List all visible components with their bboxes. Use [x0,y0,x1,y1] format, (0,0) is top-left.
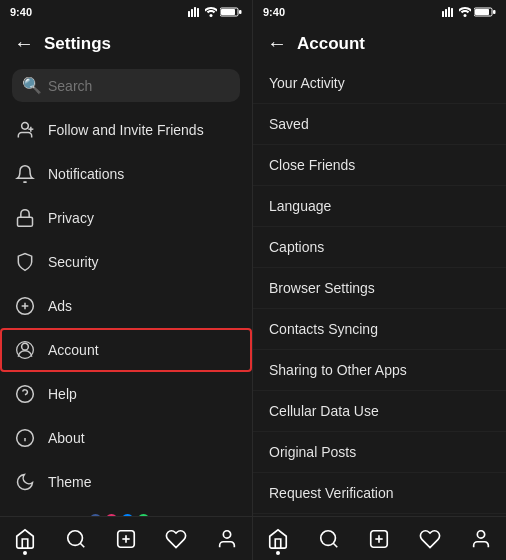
account-item-your-activity[interactable]: Your Activity [253,63,506,104]
svg-point-4 [210,14,213,17]
settings-item-about[interactable]: About [0,416,252,460]
svg-rect-33 [493,10,496,14]
right-panel: 9:40 ← Account Your Activity Saved Close… [253,0,506,560]
svg-point-20 [67,530,82,545]
settings-item-privacy[interactable]: Privacy [0,196,252,240]
left-panel: 9:40 ← Settings 🔍 Follow and Invi [0,0,253,560]
svg-rect-0 [188,11,190,17]
svg-rect-29 [451,8,453,17]
help-icon [14,383,36,405]
svg-rect-11 [18,217,33,226]
svg-rect-26 [442,11,444,17]
shield-icon [14,251,36,273]
svg-point-34 [321,530,336,545]
account-menu-list: Your Activity Saved Close Friends Langua… [253,63,506,516]
search-input[interactable] [48,78,230,94]
account-item-contacts-syncing[interactable]: Contacts Syncing [253,309,506,350]
settings-label-privacy: Privacy [48,210,94,226]
svg-rect-2 [194,7,196,17]
svg-point-13 [22,343,29,350]
person-plus-icon [14,119,36,141]
settings-label-help: Help [48,386,77,402]
nav-profile[interactable] [207,521,247,557]
right-nav-search[interactable] [309,521,349,557]
svg-point-25 [223,530,230,537]
nav-home[interactable] [5,521,45,557]
left-status-icons [188,7,242,17]
svg-line-35 [333,543,337,547]
settings-label-ads: Ads [48,298,72,314]
nav-search[interactable] [56,521,96,557]
settings-item-help[interactable]: Help [0,372,252,416]
nav-plus[interactable] [106,521,146,557]
left-status-bar: 9:40 [0,0,252,24]
account-item-original-posts[interactable]: Original Posts [253,432,506,473]
left-header: ← Settings [0,24,252,63]
settings-item-account[interactable]: Account [0,328,252,372]
search-bar[interactable]: 🔍 [12,69,240,102]
nav-heart[interactable] [156,521,196,557]
left-bottom-nav [0,516,252,560]
right-header: ← Account [253,24,506,63]
account-item-captions[interactable]: Captions [253,227,506,268]
settings-label-about: About [48,430,85,446]
account-item-saved[interactable]: Saved [253,104,506,145]
account-item-cellular-data[interactable]: Cellular Data Use [253,391,506,432]
right-nav-heart[interactable] [410,521,450,557]
settings-item-ads[interactable]: Ads [0,284,252,328]
svg-rect-6 [221,9,235,15]
right-nav-plus[interactable] [359,521,399,557]
settings-menu-list: Follow and Invite Friends Notifications … [0,108,252,516]
left-time: 9:40 [10,6,32,18]
bell-icon [14,163,36,185]
account-item-sharing-other-apps[interactable]: Sharing to Other Apps [253,350,506,391]
svg-point-8 [22,123,29,130]
settings-label-notifications: Notifications [48,166,124,182]
settings-label-theme: Theme [48,474,92,490]
svg-line-21 [80,543,84,547]
settings-label-follow: Follow and Invite Friends [48,122,204,138]
svg-rect-1 [191,9,193,17]
facebook-section: FACEBOOK f ● ● ● ●● Accounts Center Cont… [0,504,252,516]
settings-item-security[interactable]: Security [0,240,252,284]
svg-rect-32 [475,9,489,15]
right-nav-home[interactable] [258,521,298,557]
left-back-button[interactable]: ← [14,32,34,55]
right-status-icons [442,7,496,17]
theme-icon [14,471,36,493]
right-back-button[interactable]: ← [267,32,287,55]
lock-icon [14,207,36,229]
right-panel-title: Account [297,34,365,54]
right-status-bar: 9:40 [253,0,506,24]
settings-item-theme[interactable]: Theme [0,460,252,504]
svg-point-30 [464,14,467,17]
settings-label-account: Account [48,342,99,358]
right-bottom-nav [253,516,506,560]
svg-rect-7 [239,10,242,14]
info-icon [14,427,36,449]
svg-point-15 [17,386,34,403]
account-item-request-verification[interactable]: Request Verification [253,473,506,514]
settings-label-security: Security [48,254,99,270]
account-icon [14,339,36,361]
svg-point-39 [477,530,484,537]
settings-item-follow[interactable]: Follow and Invite Friends [0,108,252,152]
svg-rect-27 [445,9,447,17]
account-item-close-friends[interactable]: Close Friends [253,145,506,186]
account-item-browser-settings[interactable]: Browser Settings [253,268,506,309]
right-nav-profile[interactable] [461,521,501,557]
settings-item-notifications[interactable]: Notifications [0,152,252,196]
left-panel-title: Settings [44,34,111,54]
ads-icon [14,295,36,317]
right-time: 9:40 [263,6,285,18]
account-item-language[interactable]: Language [253,186,506,227]
svg-rect-3 [197,8,199,17]
search-icon: 🔍 [22,76,42,95]
svg-rect-28 [448,7,450,17]
